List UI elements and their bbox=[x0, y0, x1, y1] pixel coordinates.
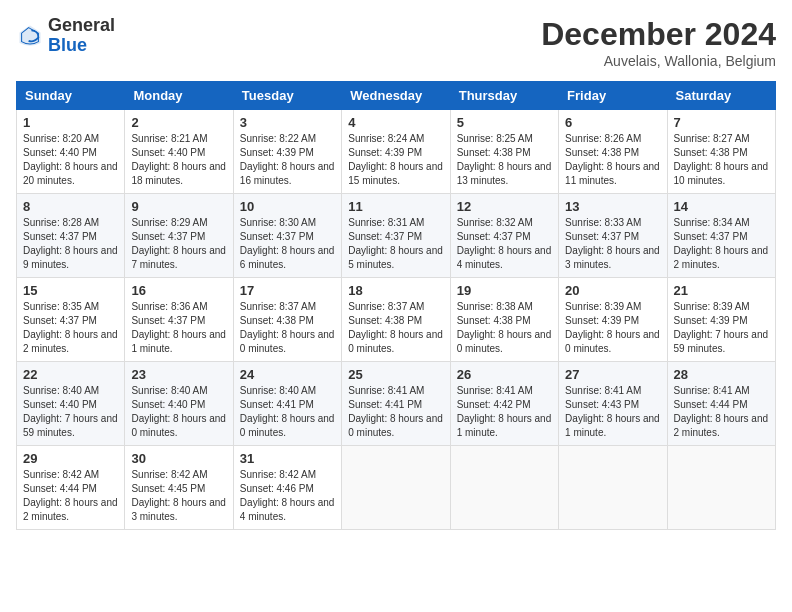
calendar-cell: 27 Sunrise: 8:41 AM Sunset: 4:43 PM Dayl… bbox=[559, 362, 667, 446]
sunset-text: Sunset: 4:39 PM bbox=[565, 315, 639, 326]
calendar-cell bbox=[450, 446, 558, 530]
sunset-text: Sunset: 4:44 PM bbox=[23, 483, 97, 494]
cell-info: Sunrise: 8:40 AM Sunset: 4:40 PM Dayligh… bbox=[23, 384, 118, 440]
daylight-text: Daylight: 8 hours and 0 minutes. bbox=[565, 329, 660, 354]
day-number: 31 bbox=[240, 451, 335, 466]
calendar-cell: 14 Sunrise: 8:34 AM Sunset: 4:37 PM Dayl… bbox=[667, 194, 775, 278]
daylight-text: Daylight: 8 hours and 0 minutes. bbox=[457, 329, 552, 354]
sunset-text: Sunset: 4:40 PM bbox=[23, 399, 97, 410]
sunset-text: Sunset: 4:38 PM bbox=[348, 315, 422, 326]
calendar-cell: 28 Sunrise: 8:41 AM Sunset: 4:44 PM Dayl… bbox=[667, 362, 775, 446]
sunrise-text: Sunrise: 8:38 AM bbox=[457, 301, 533, 312]
cell-info: Sunrise: 8:32 AM Sunset: 4:37 PM Dayligh… bbox=[457, 216, 552, 272]
cell-info: Sunrise: 8:20 AM Sunset: 4:40 PM Dayligh… bbox=[23, 132, 118, 188]
calendar-cell: 16 Sunrise: 8:36 AM Sunset: 4:37 PM Dayl… bbox=[125, 278, 233, 362]
sunrise-text: Sunrise: 8:37 AM bbox=[348, 301, 424, 312]
sunrise-text: Sunrise: 8:37 AM bbox=[240, 301, 316, 312]
sunrise-text: Sunrise: 8:31 AM bbox=[348, 217, 424, 228]
sunset-text: Sunset: 4:38 PM bbox=[240, 315, 314, 326]
sunset-text: Sunset: 4:37 PM bbox=[131, 315, 205, 326]
sunset-text: Sunset: 4:46 PM bbox=[240, 483, 314, 494]
day-number: 14 bbox=[674, 199, 769, 214]
calendar-week-row: 22 Sunrise: 8:40 AM Sunset: 4:40 PM Dayl… bbox=[17, 362, 776, 446]
cell-info: Sunrise: 8:28 AM Sunset: 4:37 PM Dayligh… bbox=[23, 216, 118, 272]
sunrise-text: Sunrise: 8:41 AM bbox=[348, 385, 424, 396]
day-number: 1 bbox=[23, 115, 118, 130]
calendar-cell bbox=[559, 446, 667, 530]
sunrise-text: Sunrise: 8:35 AM bbox=[23, 301, 99, 312]
day-number: 3 bbox=[240, 115, 335, 130]
daylight-text: Daylight: 8 hours and 1 minute. bbox=[131, 329, 226, 354]
day-of-week-header: Monday bbox=[125, 82, 233, 110]
sunrise-text: Sunrise: 8:32 AM bbox=[457, 217, 533, 228]
cell-info: Sunrise: 8:42 AM Sunset: 4:46 PM Dayligh… bbox=[240, 468, 335, 524]
cell-info: Sunrise: 8:35 AM Sunset: 4:37 PM Dayligh… bbox=[23, 300, 118, 356]
day-number: 8 bbox=[23, 199, 118, 214]
day-number: 22 bbox=[23, 367, 118, 382]
daylight-text: Daylight: 8 hours and 11 minutes. bbox=[565, 161, 660, 186]
sunrise-text: Sunrise: 8:33 AM bbox=[565, 217, 641, 228]
day-number: 11 bbox=[348, 199, 443, 214]
sunrise-text: Sunrise: 8:28 AM bbox=[23, 217, 99, 228]
calendar-table: SundayMondayTuesdayWednesdayThursdayFrid… bbox=[16, 81, 776, 530]
daylight-text: Daylight: 8 hours and 2 minutes. bbox=[674, 245, 769, 270]
cell-info: Sunrise: 8:26 AM Sunset: 4:38 PM Dayligh… bbox=[565, 132, 660, 188]
sunrise-text: Sunrise: 8:36 AM bbox=[131, 301, 207, 312]
cell-info: Sunrise: 8:24 AM Sunset: 4:39 PM Dayligh… bbox=[348, 132, 443, 188]
cell-info: Sunrise: 8:25 AM Sunset: 4:38 PM Dayligh… bbox=[457, 132, 552, 188]
daylight-text: Daylight: 8 hours and 4 minutes. bbox=[240, 497, 335, 522]
sunrise-text: Sunrise: 8:30 AM bbox=[240, 217, 316, 228]
calendar-cell bbox=[667, 446, 775, 530]
sunset-text: Sunset: 4:43 PM bbox=[565, 399, 639, 410]
cell-info: Sunrise: 8:42 AM Sunset: 4:44 PM Dayligh… bbox=[23, 468, 118, 524]
cell-info: Sunrise: 8:34 AM Sunset: 4:37 PM Dayligh… bbox=[674, 216, 769, 272]
calendar-cell: 21 Sunrise: 8:39 AM Sunset: 4:39 PM Dayl… bbox=[667, 278, 775, 362]
daylight-text: Daylight: 8 hours and 20 minutes. bbox=[23, 161, 118, 186]
sunrise-text: Sunrise: 8:22 AM bbox=[240, 133, 316, 144]
cell-info: Sunrise: 8:40 AM Sunset: 4:40 PM Dayligh… bbox=[131, 384, 226, 440]
sunrise-text: Sunrise: 8:39 AM bbox=[565, 301, 641, 312]
cell-info: Sunrise: 8:42 AM Sunset: 4:45 PM Dayligh… bbox=[131, 468, 226, 524]
calendar-cell: 3 Sunrise: 8:22 AM Sunset: 4:39 PM Dayli… bbox=[233, 110, 341, 194]
calendar-cell: 13 Sunrise: 8:33 AM Sunset: 4:37 PM Dayl… bbox=[559, 194, 667, 278]
sunset-text: Sunset: 4:38 PM bbox=[674, 147, 748, 158]
sunset-text: Sunset: 4:37 PM bbox=[565, 231, 639, 242]
calendar-cell: 30 Sunrise: 8:42 AM Sunset: 4:45 PM Dayl… bbox=[125, 446, 233, 530]
sunrise-text: Sunrise: 8:24 AM bbox=[348, 133, 424, 144]
day-number: 19 bbox=[457, 283, 552, 298]
sunset-text: Sunset: 4:38 PM bbox=[457, 315, 531, 326]
daylight-text: Daylight: 8 hours and 16 minutes. bbox=[240, 161, 335, 186]
calendar-cell bbox=[342, 446, 450, 530]
daylight-text: Daylight: 8 hours and 3 minutes. bbox=[565, 245, 660, 270]
cell-info: Sunrise: 8:36 AM Sunset: 4:37 PM Dayligh… bbox=[131, 300, 226, 356]
day-of-week-header: Tuesday bbox=[233, 82, 341, 110]
title-section: December 2024 Auvelais, Wallonia, Belgiu… bbox=[541, 16, 776, 69]
cell-info: Sunrise: 8:31 AM Sunset: 4:37 PM Dayligh… bbox=[348, 216, 443, 272]
day-number: 26 bbox=[457, 367, 552, 382]
calendar-cell: 22 Sunrise: 8:40 AM Sunset: 4:40 PM Dayl… bbox=[17, 362, 125, 446]
calendar-cell: 10 Sunrise: 8:30 AM Sunset: 4:37 PM Dayl… bbox=[233, 194, 341, 278]
daylight-text: Daylight: 8 hours and 5 minutes. bbox=[348, 245, 443, 270]
daylight-text: Daylight: 8 hours and 6 minutes. bbox=[240, 245, 335, 270]
sunset-text: Sunset: 4:37 PM bbox=[457, 231, 531, 242]
day-number: 7 bbox=[674, 115, 769, 130]
sunrise-text: Sunrise: 8:42 AM bbox=[23, 469, 99, 480]
sunset-text: Sunset: 4:44 PM bbox=[674, 399, 748, 410]
sunrise-text: Sunrise: 8:41 AM bbox=[565, 385, 641, 396]
day-number: 24 bbox=[240, 367, 335, 382]
calendar-cell: 31 Sunrise: 8:42 AM Sunset: 4:46 PM Dayl… bbox=[233, 446, 341, 530]
sunset-text: Sunset: 4:39 PM bbox=[348, 147, 422, 158]
cell-info: Sunrise: 8:33 AM Sunset: 4:37 PM Dayligh… bbox=[565, 216, 660, 272]
month-title: December 2024 bbox=[541, 16, 776, 53]
sunrise-text: Sunrise: 8:42 AM bbox=[131, 469, 207, 480]
sunset-text: Sunset: 4:39 PM bbox=[674, 315, 748, 326]
calendar-header-row: SundayMondayTuesdayWednesdayThursdayFrid… bbox=[17, 82, 776, 110]
day-number: 15 bbox=[23, 283, 118, 298]
cell-info: Sunrise: 8:37 AM Sunset: 4:38 PM Dayligh… bbox=[348, 300, 443, 356]
daylight-text: Daylight: 8 hours and 10 minutes. bbox=[674, 161, 769, 186]
day-number: 18 bbox=[348, 283, 443, 298]
calendar-week-row: 29 Sunrise: 8:42 AM Sunset: 4:44 PM Dayl… bbox=[17, 446, 776, 530]
day-number: 20 bbox=[565, 283, 660, 298]
calendar-cell: 23 Sunrise: 8:40 AM Sunset: 4:40 PM Dayl… bbox=[125, 362, 233, 446]
calendar-cell: 29 Sunrise: 8:42 AM Sunset: 4:44 PM Dayl… bbox=[17, 446, 125, 530]
